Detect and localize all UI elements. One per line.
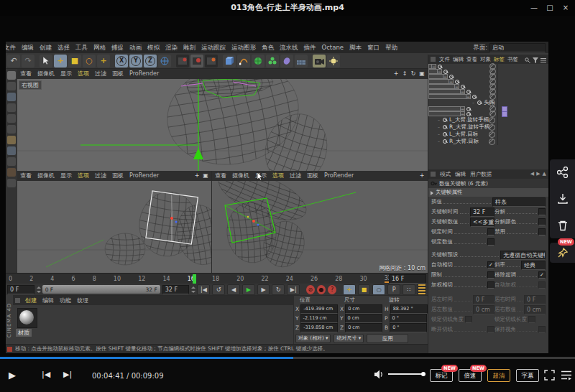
expander-icon[interactable]: – <box>436 118 441 123</box>
auto-weight-checkbox[interactable] <box>538 281 546 289</box>
menu-item[interactable]: 流水线 <box>277 42 301 53</box>
object-name[interactable]: R_大臂.目标 <box>449 138 479 145</box>
key-time-field[interactable]: 32 F <box>470 207 494 217</box>
object-tree-row[interactable]: − 全身 <box>428 64 433 69</box>
remove-overshoot-checkbox[interactable]: ✓ <box>538 271 546 279</box>
viewport-menu-item[interactable]: 面板 <box>304 171 321 181</box>
last-tool-icon[interactable]: + <box>97 55 110 67</box>
snap-icon[interactable] <box>7 157 16 166</box>
volume-slider[interactable] <box>388 373 424 375</box>
menu-item[interactable]: 雕刻 <box>180 42 198 53</box>
key-position-toggle[interactable]: + <box>343 284 356 295</box>
render-view-icon[interactable] <box>176 55 189 67</box>
timeline-range-slider[interactable]: 0 F 32 F <box>42 285 160 294</box>
viewport-menu-item[interactable]: 查看 <box>17 171 34 181</box>
expander-icon[interactable]: – <box>436 125 441 130</box>
share-icon[interactable] <box>557 167 569 178</box>
lock-value-checkbox[interactable] <box>487 238 494 246</box>
key-value-field[interactable]: <<多重数值>> <box>470 218 494 227</box>
material-menu-item[interactable]: 创建 <box>22 296 40 305</box>
interface-select[interactable]: 启动 <box>489 43 546 52</box>
edges-mode-icon[interactable] <box>7 114 16 123</box>
menu-item[interactable]: 文件 <box>6 42 19 53</box>
play-backwards-button[interactable]: ↺ <box>212 284 225 295</box>
player-previous-icon[interactable]: |◀ <box>42 370 50 379</box>
position-field[interactable]: -2.119 cm <box>300 314 338 323</box>
menu-item[interactable]: 窗口 <box>364 42 382 53</box>
section-key-properties[interactable]: 关键帧属性 <box>428 188 548 197</box>
burger-menu-icon[interactable] <box>540 57 546 62</box>
subdivision-surface-icon[interactable] <box>252 55 264 67</box>
apply-button[interactable]: 应用 <box>367 334 408 343</box>
x-axis-lock-icon[interactable]: X <box>115 55 128 67</box>
menu-item[interactable]: 选择 <box>55 42 73 53</box>
keyframe-selection-button[interactable]: ? <box>328 285 336 294</box>
camera-icon[interactable] <box>313 55 326 67</box>
object-tree-row[interactable]: − 胸部 <box>428 84 455 89</box>
position-field[interactable]: -319.858 cm <box>300 323 338 332</box>
material-menu-item[interactable]: 功能 <box>57 296 74 305</box>
panel-icon[interactable] <box>431 57 436 62</box>
playlist-icon[interactable] <box>561 370 572 381</box>
material-menu-item[interactable]: 编辑 <box>40 296 57 305</box>
menu-item[interactable]: 网格 <box>91 42 109 53</box>
viewport-perspective-right[interactable]: 查看摄像机显示选项过滤面板ProRender + <box>212 171 428 273</box>
object-tree-row[interactable]: – R_大臂.目标 <box>428 138 548 145</box>
object-tree-row[interactable]: − 腰部 <box>428 79 449 84</box>
weighted-tangent-checkbox[interactable] <box>487 281 494 289</box>
menu-item[interactable]: 编辑 <box>19 42 37 53</box>
go-to-start-button[interactable]: |◀ <box>197 284 210 295</box>
key-preset-dropdown[interactable]: 无遵循自动关键帧 <box>500 251 546 260</box>
player-option-button[interactable]: 字幕 <box>516 369 539 382</box>
player-option-button[interactable]: 倍速 NEW <box>459 369 482 382</box>
menu-item[interactable]: 运动跟踪 <box>198 42 229 53</box>
pin-icon[interactable] <box>557 248 568 258</box>
render-settings-icon[interactable] <box>205 55 218 67</box>
player-next-icon[interactable]: ▶| <box>63 370 72 379</box>
right-time-field[interactable]: 0 F <box>524 295 546 304</box>
scale-tool-icon[interactable]: ■ <box>68 55 81 67</box>
object-tree-row[interactable]: − 上半身 <box>428 69 438 74</box>
viewport-menu-item[interactable]: 摄像机 <box>229 171 252 181</box>
om-menu-item[interactable]: 文件 <box>438 55 451 64</box>
viewport-menu-item[interactable]: 查看 <box>212 171 229 181</box>
viewport-zoom-icon[interactable]: ↕ <box>401 69 408 79</box>
menu-item[interactable]: Octane <box>319 42 347 53</box>
key-rotation-toggle[interactable]: ○ <box>372 284 385 295</box>
visibility-dot-icon[interactable] <box>489 139 495 145</box>
loop-button[interactable]: ↻ <box>272 284 285 295</box>
viewport-menu-item[interactable]: 面板 <box>109 69 126 79</box>
om-menu-item[interactable]: 对象 <box>479 55 492 64</box>
player-play-icon[interactable]: ▶ <box>9 370 16 381</box>
attr-menu-item[interactable]: 模式 <box>438 169 453 179</box>
size-field[interactable]: 0 cm <box>345 314 382 323</box>
keep-visual-angle-checkbox[interactable] <box>538 326 546 333</box>
decompose-checkbox[interactable] <box>538 208 546 215</box>
move-tool-icon[interactable]: + <box>54 55 67 67</box>
history-forward-icon[interactable]: ▶ <box>536 169 540 179</box>
viewport-menu-item[interactable]: 查看 <box>17 69 34 79</box>
om-menu-item[interactable]: 书签 <box>506 55 520 64</box>
minimize-button[interactable]: — <box>528 2 540 14</box>
visibility-dot-icon[interactable] <box>489 117 495 123</box>
object-name[interactable]: R_大臂.旋转手柄 <box>449 123 489 131</box>
close-button[interactable]: × <box>559 2 572 14</box>
panel-icon[interactable] <box>431 172 436 177</box>
auto-tangent-checkbox[interactable]: ✓ <box>487 261 494 269</box>
menu-item[interactable]: 角色 <box>259 42 277 53</box>
expander-icon[interactable]: − <box>466 94 471 99</box>
size-mode-dropdown[interactable]: 绝对尺寸 ▾ <box>334 334 364 343</box>
coordinates-mode-dropdown[interactable]: 对象 (相对) ▾ <box>295 334 331 343</box>
previous-frame-button[interactable]: ◀ <box>227 284 240 295</box>
break-tangent-checkbox[interactable] <box>487 326 494 333</box>
field-icon[interactable] <box>280 55 293 67</box>
right-value-field[interactable]: 0 cm <box>524 305 546 314</box>
viewport-menu-item[interactable]: ProRender <box>126 69 162 79</box>
om-menu-item[interactable]: 编辑 <box>451 55 465 64</box>
object-name[interactable]: L_大臂.旋转手柄 <box>449 116 489 123</box>
visibility-dot-icon[interactable] <box>489 131 495 138</box>
menu-item[interactable]: 捕捉 <box>109 42 126 53</box>
range-start-spinner[interactable] <box>37 286 40 294</box>
lock-tangent-length-checkbox[interactable] <box>528 316 535 323</box>
decompose-color-checkbox[interactable] <box>538 218 546 225</box>
